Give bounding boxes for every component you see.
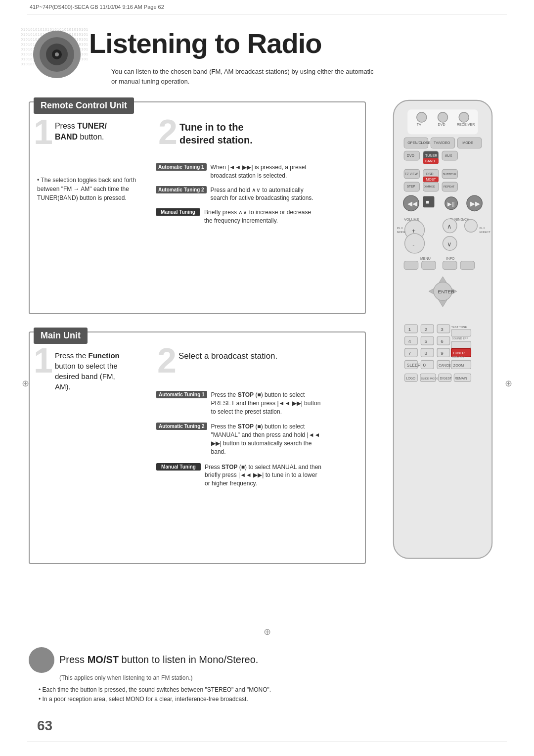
svg-text:◀◀: ◀◀ <box>407 200 417 207</box>
svg-text:OSD: OSD <box>426 172 433 176</box>
main-auto-tuning-1-badge: Automatic Tuning 1 <box>156 391 207 398</box>
svg-text:8: 8 <box>424 350 427 356</box>
step1-main-desc: Press the Function button to select the … <box>55 350 120 392</box>
svg-text:EFFECT: EFFECT <box>480 231 491 234</box>
most-bullet-2: • In a poor reception area, select MONO … <box>39 695 362 704</box>
svg-text:DIGEST: DIGEST <box>440 377 452 380</box>
svg-text:TUNER: TUNER <box>452 351 465 355</box>
svg-rect-69 <box>460 261 474 270</box>
main-auto-tuning-2-row: Automatic Tuning 2 Press the STOP (■) bu… <box>156 423 322 456</box>
svg-text:MOST: MOST <box>426 178 436 182</box>
svg-text:1: 1 <box>408 327 411 332</box>
svg-text:LOGO: LOGO <box>406 377 415 380</box>
svg-text:5: 5 <box>424 338 427 344</box>
svg-text:DVD: DVD <box>438 123 445 127</box>
auto-tuning-2-desc: Press and hold ∧∨ to automatically searc… <box>211 186 319 203</box>
step1-main-container: 1 Press the Function button to select th… <box>34 346 150 392</box>
manual-tuning-badge: Manual Tuning <box>156 208 200 216</box>
most-title-text: Press MO/ST button to listen in Mono/Ste… <box>59 654 258 665</box>
page-title: Listening to Radio <box>89 27 321 59</box>
bottom-border-line <box>27 742 507 742</box>
svg-rect-77 <box>421 325 434 333</box>
auto-tuning-1-desc: When |◄◄ ▶▶| is pressed, a preset broadc… <box>211 163 319 180</box>
svg-rect-93 <box>421 348 434 357</box>
svg-text:CANCEL: CANCEL <box>439 364 453 368</box>
step1-remote-container: 1 Press TUNER/ BAND button. <box>34 118 147 147</box>
top-border-line <box>27 14 507 14</box>
most-title-row: Press MO/ST button to listen in Mono/Ste… <box>29 647 362 673</box>
step2-main-title: Select a broadcast station. <box>178 350 277 362</box>
remote-control-image: TV DVD RECEIVER OPEN/CLOSE TV/VIDEO MODE… <box>372 99 513 564</box>
cross-mark-center: ⊕ <box>264 626 271 637</box>
auto-tuning-1-row: Automatic Tuning 1 When |◄◄ ▶▶| is press… <box>156 163 319 180</box>
svg-rect-76 <box>405 325 418 333</box>
svg-text:MODE: MODE <box>397 231 405 234</box>
svg-rect-83 <box>451 330 471 336</box>
step2-title: Tune in to the desired station. <box>179 121 253 146</box>
svg-rect-94 <box>437 348 450 357</box>
svg-rect-85 <box>421 336 434 345</box>
svg-text:TUNER: TUNER <box>425 154 438 158</box>
cross-mark-right: ⊕ <box>505 378 512 389</box>
svg-text:DIMMED: DIMMED <box>424 185 435 188</box>
step1-remote-text: Press TUNER/ BAND button. <box>55 118 107 143</box>
main-auto-tuning-1-row: Automatic Tuning 1 Press the STOP (■) bu… <box>156 391 322 416</box>
main-tuning-rows: Automatic Tuning 1 Press the STOP (■) bu… <box>156 391 322 494</box>
main-unit-header: Main Unit <box>34 328 88 344</box>
step1-main-text: Press the Function button to select the … <box>55 346 120 392</box>
svg-text:TV: TV <box>417 123 421 127</box>
most-sub: (This applies only when listening to an … <box>59 674 362 681</box>
svg-text:■: ■ <box>426 199 429 205</box>
step2-remote-text: Tune in to the desired station. <box>179 118 253 146</box>
svg-rect-67 <box>422 261 436 270</box>
svg-text:STEP: STEP <box>407 185 415 188</box>
svg-text:-: - <box>412 241 414 248</box>
remote-tuning-rows: Automatic Tuning 1 When |◄◄ ▶▶| is press… <box>156 163 319 231</box>
page-number: 63 <box>37 718 52 734</box>
main-auto-tuning-2-badge: Automatic Tuning 2 <box>156 423 207 430</box>
step2-main-number: 2 <box>157 346 177 376</box>
svg-text:OPEN/CLOSE: OPEN/CLOSE <box>407 141 430 145</box>
svg-text:INFO: INFO <box>446 257 455 261</box>
svg-text:SUBTITLE: SUBTITLE <box>443 173 456 176</box>
svg-text:MODE: MODE <box>462 141 473 145</box>
step2-remote-container: 2 Tune in to the desired station. <box>158 118 307 147</box>
step1-line1: Press TUNER/ <box>55 121 107 132</box>
step1-number: 1 <box>34 118 53 147</box>
step1-main-number: 1 <box>34 346 53 376</box>
svg-text:TV/VIDEO: TV/VIDEO <box>434 141 450 145</box>
svg-text:SLIDE MODE: SLIDE MODE <box>421 377 438 380</box>
cross-mark-left: ⊕ <box>22 378 29 389</box>
svg-point-4 <box>55 52 59 56</box>
svg-rect-68 <box>443 261 457 270</box>
main-manual-tuning-badge: Manual Tuning <box>156 463 201 471</box>
step2-main-text: Select a broadcast station. <box>178 346 277 362</box>
svg-point-9 <box>459 112 469 122</box>
svg-text:MENU: MENU <box>420 257 431 261</box>
remote-section-header: Remote Control Unit <box>34 97 134 114</box>
svg-text:7: 7 <box>408 350 411 356</box>
svg-rect-92 <box>405 348 418 357</box>
main-manual-tuning-desc: Press STOP (■) to select MANUAL and then… <box>205 463 322 488</box>
svg-text:REPEAT: REPEAT <box>444 185 455 188</box>
most-bullet-1: • Each time the button is pressed, the s… <box>39 685 362 695</box>
svg-text:ENTER: ENTER <box>438 289 455 294</box>
svg-text:0: 0 <box>423 362 426 368</box>
svg-text:2: 2 <box>424 327 427 332</box>
svg-text:MEMORY: MEMORY <box>452 356 465 359</box>
auto-tuning-2-row: Automatic Tuning 2 Press and hold ∧∨ to … <box>156 186 319 203</box>
most-section: Press MO/ST button to listen in Mono/Ste… <box>29 647 362 704</box>
svg-rect-84 <box>405 336 418 345</box>
svg-text:RECEIVER: RECEIVER <box>457 123 475 127</box>
most-title: Press MO/ST button to listen in Mono/Ste… <box>59 654 258 665</box>
svg-point-55 <box>465 220 478 233</box>
svg-text:SLEEP: SLEEP <box>407 363 421 368</box>
svg-text:∧: ∧ <box>447 223 452 230</box>
svg-text:DVD: DVD <box>407 154 414 158</box>
svg-text:9: 9 <box>441 350 444 356</box>
svg-rect-66 <box>404 261 418 270</box>
step1-line2: BAND button. <box>55 132 107 142</box>
auto-tuning-1-badge: Automatic Tuning 1 <box>156 163 207 171</box>
step1-bullet: • The selection toggles back and forth b… <box>37 176 141 202</box>
most-circle-icon <box>29 647 54 673</box>
